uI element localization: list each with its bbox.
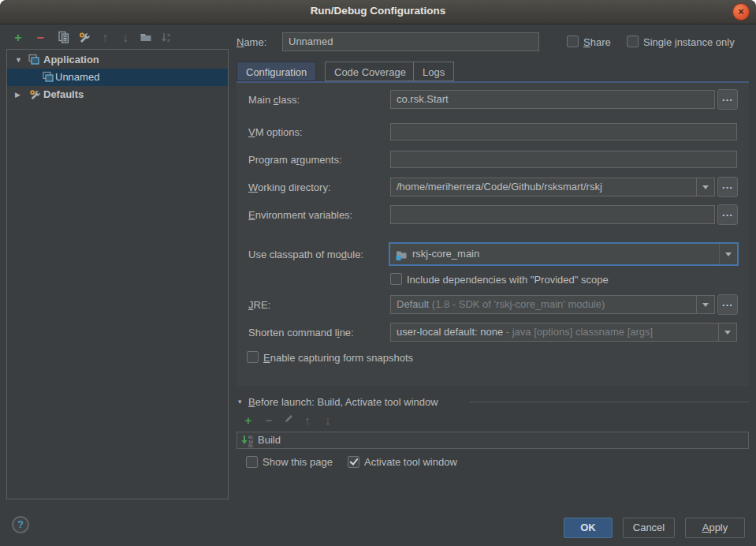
program-arguments-input[interactable] — [390, 151, 737, 168]
shorten-command-line-label: Shorten command line: — [248, 327, 354, 338]
section-divider — [470, 402, 749, 402]
close-icon[interactable]: × — [732, 3, 750, 21]
dialog-title: Run/Debug Configurations — [0, 5, 756, 17]
sort-alphabetically-icon: a z — [160, 31, 173, 43]
enable-snapshots-label[interactable]: Enable capturing form snapshots — [263, 352, 413, 364]
jre-combobox[interactable]: Default (1.8 - SDK of 'rskj-core_main' m… — [390, 295, 715, 314]
move-up-icon: ↑ — [102, 31, 108, 44]
before-launch-remove-button[interactable]: − — [262, 413, 276, 428]
create-folder-button[interactable] — [139, 31, 153, 45]
activate-tool-window-checkbox[interactable] — [348, 456, 359, 468]
working-directory-combobox[interactable]: /home/meriherrera/Code/Github/rsksmart/r… — [390, 178, 715, 196]
edit-defaults-wrench-icon — [77, 31, 91, 44]
show-this-page-checkbox[interactable] — [246, 456, 258, 468]
environment-variables-browse-button[interactable]: ... — [717, 204, 738, 225]
include-provided-checkbox[interactable] — [390, 273, 402, 285]
sort-configurations-button[interactable]: a z — [159, 31, 173, 45]
activate-tool-window-label[interactable]: Activate tool window — [364, 456, 457, 468]
move-up-button[interactable]: ↑ — [98, 31, 112, 45]
tab-configuration[interactable]: Configuration — [236, 62, 316, 81]
working-directory-label: Working directory: — [248, 181, 331, 193]
collapse-section-icon[interactable]: ▾ — [238, 398, 242, 406]
chevron-right-icon[interactable]: ▶ — [15, 86, 20, 103]
program-arguments-label: Program arguments: — [248, 154, 342, 166]
name-input[interactable]: Unnamed — [282, 32, 539, 51]
main-class-label: Main class: — [248, 94, 300, 106]
use-classpath-combobox[interactable]: rskj-core_main — [389, 242, 739, 266]
vm-options-input[interactable] — [390, 123, 737, 140]
tree-item-label: Application — [43, 51, 99, 69]
include-provided-label[interactable]: Include dependencies with "Provided" sco… — [407, 274, 609, 286]
vm-options-label: VM options: — [248, 126, 303, 138]
share-checkbox[interactable] — [567, 36, 579, 47]
task-label: Build — [258, 432, 281, 448]
chevron-down-icon[interactable]: ▼ — [15, 51, 22, 69]
chevron-down-icon[interactable] — [718, 323, 736, 341]
help-button[interactable]: ? — [12, 516, 29, 533]
shorten-command-line-combobox[interactable]: user-local default: none - java [options… — [390, 323, 737, 342]
before-launch-move-up-button[interactable]: ↑ — [300, 413, 315, 428]
remove-icon: − — [266, 413, 273, 427]
use-classpath-label: Use classpath of module: — [248, 249, 363, 260]
svg-text:a: a — [167, 32, 170, 37]
before-launch-move-down-button[interactable]: ↓ — [321, 413, 335, 428]
module-icon — [395, 248, 408, 266]
build-icon: 01 10 01 — [240, 434, 255, 453]
main-class-input[interactable]: co.rsk.Start — [390, 90, 715, 109]
cancel-button[interactable]: Cancel — [623, 518, 675, 538]
enable-snapshots-checkbox[interactable] — [247, 351, 259, 363]
title-bar[interactable]: Run/Debug Configurations × — [0, 0, 756, 24]
tab-code-coverage[interactable]: Code Coverage — [325, 62, 415, 81]
jre-label: JRE: — [248, 299, 270, 311]
copy-configuration-button[interactable] — [57, 31, 71, 45]
svg-text:z: z — [167, 37, 170, 43]
chevron-down-icon[interactable] — [696, 178, 714, 196]
before-launch-edit-button[interactable] — [281, 413, 296, 428]
tab-logs[interactable]: Logs — [413, 62, 454, 81]
svg-text:01: 01 — [248, 443, 253, 448]
add-icon: + — [14, 31, 21, 44]
new-folder-icon — [140, 31, 152, 43]
before-launch-task-build[interactable]: 01 10 01 Build — [236, 432, 749, 449]
chevron-down-icon[interactable] — [719, 244, 737, 264]
remove-configuration-button[interactable]: − — [33, 31, 47, 45]
name-label: Name: — [236, 36, 266, 48]
tree-item-label: Unnamed — [55, 69, 99, 86]
jre-browse-button[interactable]: ... — [717, 294, 738, 315]
tree-item-defaults[interactable]: ▶ Defaults — [7, 86, 228, 103]
move-down-icon: ↓ — [325, 413, 331, 427]
add-configuration-button[interactable]: + — [11, 31, 25, 45]
copy-icon — [58, 31, 70, 43]
remove-icon: − — [36, 31, 43, 44]
tree-item-label: Defaults — [43, 86, 84, 103]
before-launch-header[interactable]: Before launch: Build, Activate tool wind… — [248, 396, 438, 408]
edit-pencil-icon — [283, 413, 294, 424]
chevron-down-icon[interactable] — [696, 296, 714, 313]
run-debug-configurations-dialog: Run/Debug Configurations × + − ↑ ↓ — [0, 0, 756, 546]
add-icon: + — [245, 413, 252, 427]
working-directory-browse-button[interactable]: ... — [717, 177, 738, 197]
single-instance-checkbox[interactable] — [627, 36, 639, 47]
environment-variables-label: Environment variables: — [248, 209, 352, 221]
edit-defaults-button[interactable] — [76, 31, 91, 45]
environment-variables-input[interactable] — [390, 205, 715, 224]
ok-button[interactable]: OK — [564, 518, 613, 538]
main-class-browse-button[interactable]: ... — [717, 89, 738, 110]
tree-item-application[interactable]: ▼ Application — [7, 51, 228, 69]
tree-item-unnamed[interactable]: Unnamed — [7, 69, 228, 86]
defaults-wrench-icon — [28, 88, 41, 107]
show-this-page-label[interactable]: Show this page — [263, 456, 333, 468]
before-launch-add-button[interactable]: + — [241, 413, 255, 428]
single-instance-label[interactable]: Single instance only — [643, 36, 735, 48]
configurations-tree: ▼ Application Unnamed ▶ — [6, 49, 229, 499]
move-down-icon: ↓ — [122, 31, 128, 44]
move-down-button[interactable]: ↓ — [118, 31, 132, 45]
move-up-icon: ↑ — [304, 413, 311, 427]
apply-button[interactable]: Apply — [685, 518, 745, 538]
share-label[interactable]: Share — [583, 36, 611, 48]
